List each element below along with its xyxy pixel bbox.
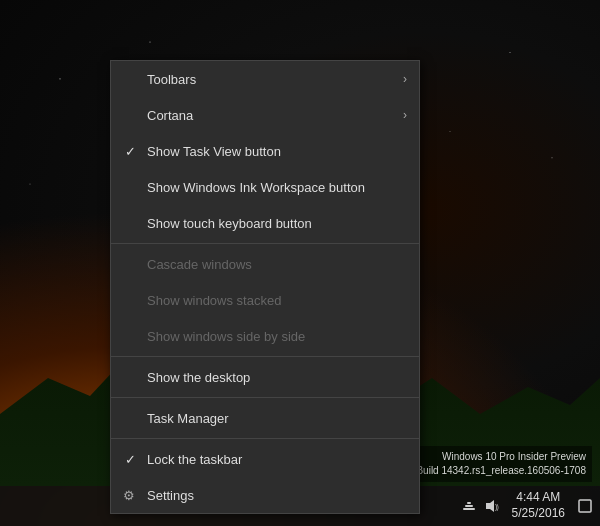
menu-label-ink-workspace: Show Windows Ink Workspace button (147, 180, 365, 195)
win-version-line2: Build 14342.rs1_release.160506-1708 (416, 464, 586, 478)
gear-icon: ⚙ (123, 488, 135, 503)
menu-item-lock-taskbar[interactable]: ✓Lock the taskbar (111, 441, 419, 477)
menu-item-task-manager[interactable]: Task Manager (111, 400, 419, 436)
menu-label-show-desktop: Show the desktop (147, 370, 250, 385)
menu-label-toolbars: Toolbars (147, 72, 196, 87)
checkmark-icon: ✓ (125, 144, 136, 159)
arrow-icon: › (403, 108, 407, 122)
arrow-icon: › (403, 72, 407, 86)
checkmark-icon: ✓ (125, 452, 136, 467)
win-version-info: Windows 10 Pro Insider Preview Build 143… (410, 446, 592, 482)
menu-label-settings: Settings (147, 488, 194, 503)
menu-item-cortana[interactable]: Cortana› (111, 97, 419, 133)
menu-label-stacked: Show windows stacked (147, 293, 281, 308)
menu-item-show-desktop[interactable]: Show the desktop (111, 359, 419, 395)
win-version-line1: Windows 10 Pro Insider Preview (416, 450, 586, 464)
menu-separator-13 (111, 438, 419, 439)
svg-rect-1 (465, 505, 473, 507)
menu-item-toolbars[interactable]: Toolbars› (111, 61, 419, 97)
menu-label-task-view: Show Task View button (147, 144, 281, 159)
clock-time: 4:44 AM (516, 490, 560, 506)
menu-label-task-manager: Task Manager (147, 411, 229, 426)
menu-label-cortana: Cortana (147, 108, 193, 123)
menu-separator-5 (111, 243, 419, 244)
taskbar-clock[interactable]: 4:44 AM 5/25/2016 (504, 486, 573, 526)
menu-item-stacked: Show windows stacked (111, 282, 419, 318)
taskbar-context-menu: Toolbars›Cortana›✓Show Task View buttonS… (110, 60, 420, 514)
menu-label-lock-taskbar: Lock the taskbar (147, 452, 242, 467)
menu-item-side-by-side: Show windows side by side (111, 318, 419, 354)
menu-separator-11 (111, 397, 419, 398)
svg-marker-3 (486, 500, 494, 512)
clock-date: 5/25/2016 (512, 506, 565, 522)
menu-item-settings[interactable]: ⚙Settings (111, 477, 419, 513)
menu-item-ink-workspace[interactable]: Show Windows Ink Workspace button (111, 169, 419, 205)
menu-label-side-by-side: Show windows side by side (147, 329, 305, 344)
volume-icon[interactable]: ) ) (481, 486, 503, 526)
notification-center-button[interactable] (574, 486, 596, 526)
menu-label-cascade: Cascade windows (147, 257, 252, 272)
svg-rect-0 (463, 508, 475, 510)
menu-item-task-view[interactable]: ✓Show Task View button (111, 133, 419, 169)
taskbar-notification-area: ) ) 4:44 AM 5/25/2016 (454, 486, 600, 526)
svg-rect-2 (467, 502, 471, 504)
menu-item-cascade: Cascade windows (111, 246, 419, 282)
menu-item-touch-keyboard[interactable]: Show touch keyboard button (111, 205, 419, 241)
svg-rect-6 (579, 500, 591, 512)
network-icon[interactable] (458, 486, 480, 526)
svg-text:): ) (496, 503, 498, 511)
menu-label-touch-keyboard: Show touch keyboard button (147, 216, 312, 231)
menu-separator-9 (111, 356, 419, 357)
